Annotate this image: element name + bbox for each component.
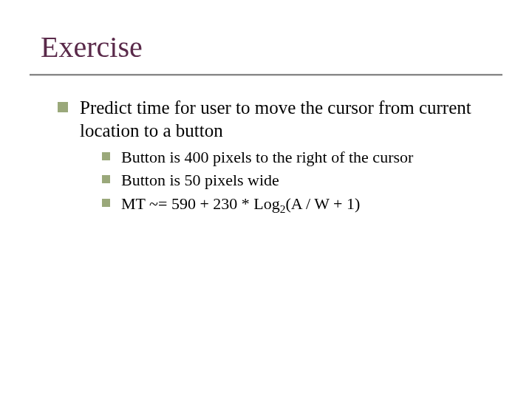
slide-title: Exercise: [41, 30, 143, 64]
list-item-text: Predict time for user to move the cursor…: [80, 98, 471, 140]
title-underline: [30, 74, 502, 75]
square-bullet-icon: [102, 199, 110, 207]
list-item: Button is 50 pixels wide: [102, 170, 494, 191]
list-item: Button is 400 pixels to the right of the…: [102, 147, 494, 168]
square-bullet-icon: [102, 152, 110, 160]
formula-pre: MT ~= 590 + 230 * Log: [121, 194, 280, 213]
list-item: Predict time for user to move the cursor…: [58, 96, 494, 216]
formula-text: MT ~= 590 + 230 * Log2(A / W + 1): [121, 194, 360, 213]
formula-post: (A / W + 1): [285, 194, 360, 213]
square-bullet-icon: [58, 102, 68, 112]
body-content: Predict time for user to move the cursor…: [58, 96, 494, 223]
list-item: MT ~= 590 + 230 * Log2(A / W + 1): [102, 194, 494, 216]
list-item-text: Button is 50 pixels wide: [121, 171, 279, 189]
list-item-text: Button is 400 pixels to the right of the…: [121, 148, 413, 166]
sub-list: Button is 400 pixels to the right of the…: [102, 147, 494, 216]
slide: Exercise Predict time for user to move t…: [0, 0, 532, 399]
square-bullet-icon: [102, 175, 110, 183]
